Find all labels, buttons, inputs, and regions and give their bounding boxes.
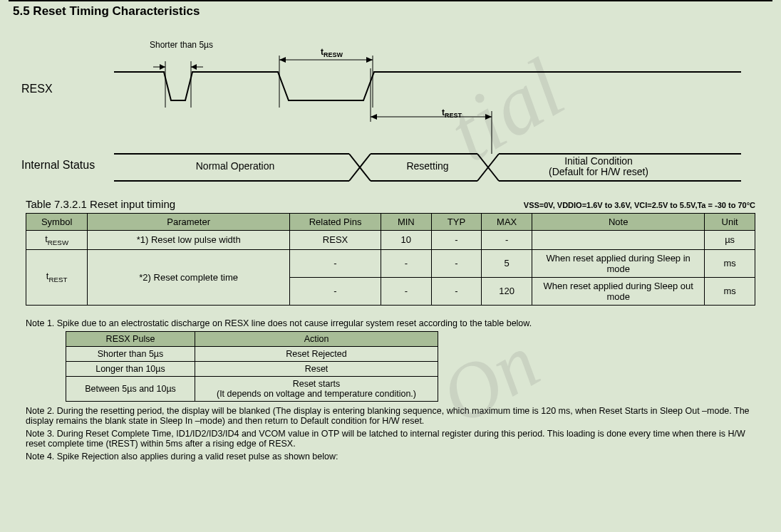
cell-max: 5 [482, 249, 532, 277]
notes-block: Note 1. Spike due to an electrostatic di… [26, 318, 755, 461]
th-unit: Unit [705, 214, 755, 231]
section-title: 5.5 Reset Timing Characteristics [13, 4, 781, 19]
state-normal: Normal Operation [143, 152, 328, 181]
state-resetting: Resetting [371, 152, 485, 181]
top-rule [9, 0, 772, 1]
note4: Note 4. Spike Rejection also applies dur… [26, 452, 755, 461]
resx-waveform [114, 68, 741, 111]
state-initial: Initial Condition(Default for H/W reset) [506, 152, 691, 181]
cell-action: Reset starts (It depends on voltage and … [195, 376, 438, 401]
cell-pulse: Shorter than 5µs [66, 346, 195, 361]
th-pins: Related Pins [290, 214, 381, 231]
cell-symbol: tRESW [26, 231, 88, 250]
cell-note: When reset applied during Sleep out mode [532, 277, 705, 305]
cell-min: - [381, 277, 431, 305]
th-parameter: Parameter [88, 214, 290, 231]
table-row: tREST *2) Reset complete time - - - 5 Wh… [26, 249, 755, 277]
trest-label: tREST [442, 108, 462, 119]
cell-pins: - [290, 249, 381, 277]
reset-timing-table: Symbol Parameter Related Pins MIN TYP MA… [26, 213, 755, 306]
cell-note [532, 231, 705, 250]
tresw-label: tRESW [321, 47, 343, 58]
cell-unit: ms [705, 249, 755, 277]
table-row: Shorter than 5µs Reset Rejected [66, 346, 438, 361]
table-row: Longer than 10µs Reset [66, 361, 438, 376]
cell-max: - [482, 231, 532, 250]
svg-marker-2 [160, 64, 165, 70]
th-note: Note [532, 214, 705, 231]
th-pulse: RESX Pulse [66, 331, 195, 346]
th-action: Action [195, 331, 438, 346]
svg-marker-7 [279, 57, 286, 63]
svg-marker-12 [371, 114, 377, 120]
note1-text: Note 1. Spike due to an electrostatic di… [26, 318, 755, 328]
cell-parameter: *1) Reset low pulse width [88, 231, 290, 250]
cell-pins: - [290, 277, 381, 305]
svg-marker-13 [485, 114, 492, 120]
cell-action: Reset [195, 361, 438, 376]
table-title: Table 7.3.2.1 Reset input timing [26, 198, 175, 210]
resx-label: RESX [21, 83, 53, 95]
cell-parameter: *2) Reset complete time [88, 249, 290, 305]
note2: Note 2. During the resetting period, the… [26, 406, 755, 426]
cell-unit: µs [705, 231, 755, 250]
th-max: MAX [482, 214, 532, 231]
cell-max: 120 [482, 277, 532, 305]
table-header-row: RESX Pulse Action [66, 331, 438, 346]
cell-typ: - [431, 249, 482, 277]
shorter-label: Shorter than 5µs [150, 40, 213, 50]
cell-min: 10 [381, 231, 431, 250]
cell-symbol: tREST [26, 249, 88, 305]
note3: Note 3. During Reset Complete Time, ID1/… [26, 429, 755, 449]
cell-typ: - [431, 231, 482, 250]
th-typ: TYP [431, 214, 482, 231]
cell-unit: ms [705, 277, 755, 305]
th-min: MIN [381, 214, 431, 231]
table-conditions: VSS=0V, VDDIO=1.6V to 3.6V, VCI=2.5V to … [524, 201, 755, 209]
cell-action: Reset Rejected [195, 346, 438, 361]
cell-pulse: Longer than 10µs [66, 361, 195, 376]
cell-min: - [381, 249, 431, 277]
th-symbol: Symbol [26, 214, 88, 231]
cell-typ: - [431, 277, 482, 305]
cell-pulse: Between 5µs and 10µs [66, 376, 195, 401]
cell-pins: RESX [290, 231, 381, 250]
timing-diagram: tial Shorter than 5µs tRESW RESX tREST I… [21, 40, 760, 182]
table-row: Between 5µs and 10µs Reset starts (It de… [66, 376, 438, 401]
table-row: tRESW *1) Reset low pulse width RESX 10 … [26, 231, 755, 250]
cell-note: When reset applied during Sleep in mode [532, 249, 705, 277]
svg-marker-3 [191, 64, 197, 70]
internal-status-label: Internal Status [21, 159, 95, 172]
svg-marker-8 [366, 57, 373, 63]
table-header-row: Symbol Parameter Related Pins MIN TYP MA… [26, 214, 755, 231]
pulse-table: RESX Pulse Action Shorter than 5µs Reset… [66, 331, 438, 402]
